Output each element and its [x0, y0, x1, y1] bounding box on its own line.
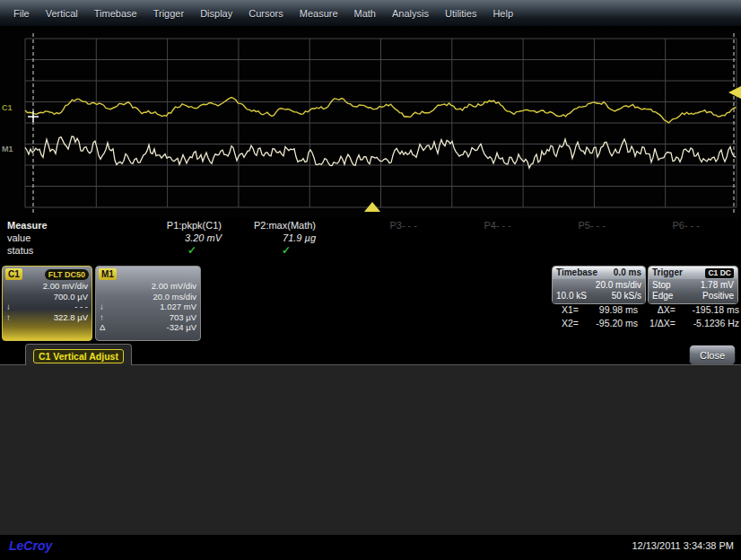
m1-cursor2: 703 µV	[109, 312, 196, 323]
inv-dx-label: 1/ΔX=	[638, 317, 676, 330]
m1-tdiv: 20.0 ms/div	[109, 292, 196, 302]
m1-cursor1: 1.027 mV	[109, 302, 196, 312]
p5-label: P5- - -	[578, 220, 606, 231]
timebase-value: 0.0 ms	[614, 267, 641, 278]
dx-value: -195.18 ms	[676, 303, 739, 317]
x2-value: -95.20 ms	[579, 317, 638, 330]
trigger-source-badge: C1 DC	[705, 268, 734, 278]
m1-trace-label: M1	[2, 144, 13, 153]
m1-vdiv: 2.00 mV/div	[109, 281, 196, 292]
cursor-up-icon: ↑	[100, 312, 109, 323]
p4-label: P4- - -	[484, 220, 511, 231]
p1-status-check-icon: ✓	[187, 244, 196, 257]
oscilloscope-screen: File Vertical Timebase Trigger Display C…	[0, 0, 741, 560]
delta-icon: Δ	[100, 322, 109, 333]
cursor-down-icon: ↓	[6, 302, 15, 312]
value-row-label: value	[7, 232, 31, 243]
c1-filter-badge: FLT DC50	[45, 269, 89, 280]
m1-descriptor-box[interactable]: M1 2.00 mV/div 20.0 ms/div ↓1.027 mV ↑70…	[95, 266, 201, 341]
dx-label: ΔX=	[638, 303, 676, 317]
m1-delta: -324 µV	[109, 322, 196, 333]
status-row-label: status	[7, 245, 33, 256]
menu-file[interactable]: File	[5, 4, 38, 22]
timebase-samples: 10.0 kS	[556, 291, 587, 302]
menu-analysis[interactable]: Analysis	[384, 4, 437, 22]
vertical-adjust-dialog: Trace On ✓ Volts/div 2.00 mV ▲ Variable …	[0, 364, 741, 535]
trigger-level: 1.78 mV	[701, 280, 734, 291]
c1-cursor2: 322.8 µV	[15, 312, 88, 323]
trigger-box[interactable]: Trigger C1 DC Stop1.78 mV EdgePositive	[648, 266, 738, 304]
timebase-box[interactable]: Timebase 0.0 ms 20.0 ms/div 10.0 kS50 kS…	[552, 266, 646, 304]
timebase-title: Timebase	[556, 267, 597, 278]
c1-vdiv: 2.00 mV/div	[15, 281, 88, 292]
p6-label: P6- - -	[672, 220, 700, 231]
m1-badge: M1	[99, 268, 117, 280]
c1-offset: 700.0 µV	[15, 292, 88, 302]
measure-panel: Measure value status P1:pkpk(C1) 3.20 mV…	[0, 218, 741, 265]
menu-measure[interactable]: Measure	[292, 4, 346, 22]
datetime-display: 12/13/2011 3:34:38 PM	[632, 540, 734, 551]
trigger-slope: Positive	[702, 291, 734, 302]
c1-trace-label: C1	[2, 103, 13, 112]
menu-vertical[interactable]: Vertical	[38, 4, 86, 22]
close-button[interactable]: Close	[689, 345, 736, 365]
x1-label: X1=	[549, 303, 579, 317]
lecroy-logo: LeCroy	[9, 538, 52, 553]
trigger-mode: Stop	[652, 280, 671, 291]
x2-label: X2=	[549, 317, 579, 330]
trigger-type: Edge	[652, 291, 673, 302]
p1-value: 3.20 mV	[185, 232, 222, 243]
menu-timebase[interactable]: Timebase	[86, 4, 145, 22]
menu-math[interactable]: Math	[346, 4, 384, 22]
c1-cursor1: - - -	[15, 302, 88, 312]
measure-row-label: Measure	[7, 220, 48, 231]
trigger-title: Trigger	[652, 267, 683, 278]
cursor-down-icon: ↓	[100, 302, 109, 312]
waveform-grid	[0, 30, 741, 218]
cursor-readouts: X1= 99.98 ms ΔX= -195.18 ms X2= -95.20 m…	[549, 303, 739, 330]
x1-value: 99.98 ms	[579, 303, 638, 317]
menu-help[interactable]: Help	[484, 4, 521, 22]
tab-label: C1 Vertical Adjust	[33, 349, 124, 363]
menu-trigger[interactable]: Trigger	[145, 4, 192, 22]
menu-bar: File Vertical Timebase Trigger Display C…	[0, 0, 741, 27]
waveform-display[interactable]: C1 M1	[0, 30, 741, 218]
tab-c1-vertical-adjust[interactable]: C1 Vertical Adjust	[25, 344, 132, 365]
timebase-rate: 50 kS/s	[612, 291, 641, 302]
p3-label: P3- - -	[389, 220, 417, 231]
p2-label: P2:max(Math)	[254, 220, 316, 231]
cursor-up-icon: ↑	[6, 312, 15, 323]
menu-utilities[interactable]: Utilities	[437, 4, 484, 22]
p2-value: 71.9 µg	[283, 232, 316, 243]
timebase-tdiv: 20.0 ms/div	[596, 280, 641, 291]
menu-cursors[interactable]: Cursors	[240, 4, 292, 22]
c1-badge: C1	[5, 268, 22, 280]
c1-descriptor-box[interactable]: C1 FLT DC50 2.00 mV/div 700.0 µV ↓- - - …	[2, 266, 92, 341]
p1-label: P1:pkpk(C1)	[167, 220, 222, 231]
inv-dx-value: -5.1236 Hz	[676, 317, 739, 330]
p2-status-check-icon: ✓	[282, 244, 291, 257]
menu-display[interactable]: Display	[192, 4, 240, 22]
